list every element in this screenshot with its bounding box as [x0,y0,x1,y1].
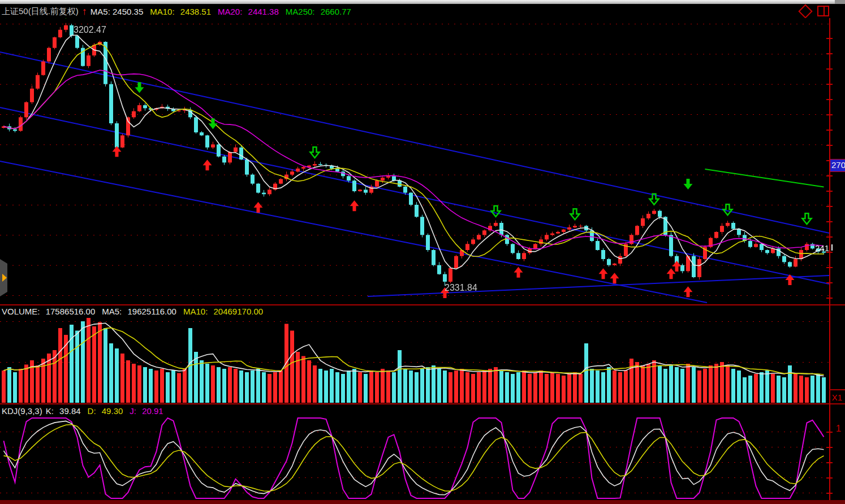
low-price-annotation: 2331.84 [445,283,477,293]
kdj-label: KDJ(9,3,3) [2,406,42,416]
kdj-j-label: J: [130,406,136,416]
volume-ma10-label: MA10: [183,307,208,316]
kdj-j-value: 20.91 [142,406,163,416]
sidebar-expand-tab[interactable] [0,259,7,296]
diamond-icon[interactable] [798,4,812,18]
ma20-label: MA20: [218,7,242,16]
last-price-label-clipped [831,244,833,251]
volume-ma5-label: MA5: [102,307,122,316]
ma10-label: MA10: [150,7,174,16]
kdj-header: KDJ(9,3,3) K: 39.84 D: 49.30 J: 20.91 [2,404,170,417]
window-top-strip-handle[interactable] [835,0,845,4]
kdj-k-value: 39.84 [59,406,81,416]
main-chart-header: 上证50(日线.前复权) ↑ MA5: 2450.35 MA10: 2438.5… [2,5,358,18]
volume-ma10-value: 20469170.00 [213,307,263,316]
window-controls [800,6,829,16]
volume-scale-border [829,389,845,390]
ma250-value: 2660.77 [321,7,351,16]
kdj-d-value: 49.30 [102,406,123,416]
expand-arrow-icon [2,274,7,282]
main-candlestick-chart[interactable] [0,18,829,304]
ma10-value: 2438.51 [180,7,211,16]
symbol-title[interactable]: 上证50(日线.前复权) [2,6,79,17]
kdj-d-label: D: [88,406,96,416]
ma20-value: 2441.38 [248,7,279,16]
ma5-value: 2450.35 [113,7,143,16]
volume-value: 17586516.00 [46,307,96,316]
kdj-k-label: K: [46,406,54,416]
volume-label: VOLUME: [2,307,40,316]
kdj-line-chart[interactable] [0,416,829,500]
split-window-icon[interactable] [817,6,829,16]
window-top-strip [0,0,845,4]
volume-scale-label: X1 [832,393,842,402]
volume-header: VOLUME: 17586516.00 MA5: 19625116.00 MA1… [2,305,270,317]
high-price-annotation: 3202.47 [74,25,106,35]
signal-up-arrow-icon: ↑ [82,6,87,18]
ma250-label: MA250: [286,7,315,16]
bottom-window-edge [0,500,845,504]
ma5-label: MA5: [90,7,110,16]
volume-ma5-value: 19625116.00 [127,307,176,316]
right-price-axis[interactable] [829,18,830,500]
volume-bar-chart[interactable] [0,317,829,403]
kdj-scale-label: 1 [836,423,841,434]
trading-app-window: 上证50(日线.前复权) ↑ MA5: 2450.35 MA10: 2438.5… [0,0,845,504]
axis-price-label-2700: 270 [830,159,845,172]
